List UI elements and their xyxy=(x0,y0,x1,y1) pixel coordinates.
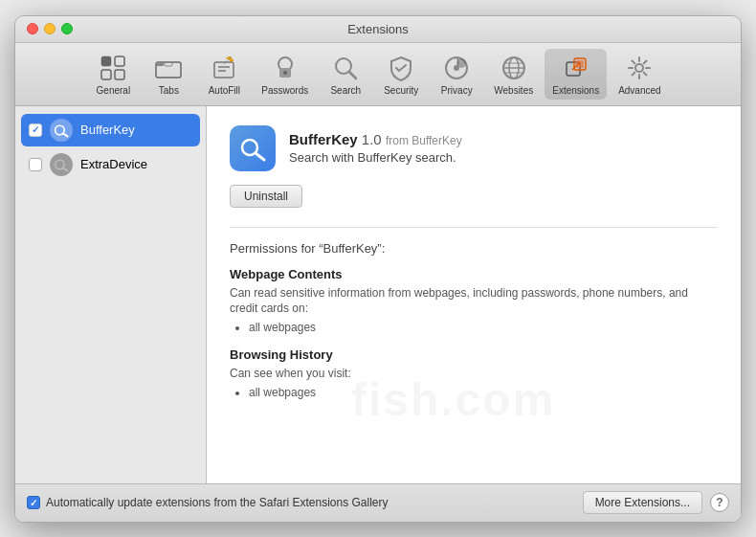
permission-list-1: all webpages xyxy=(230,386,718,399)
uninstall-button[interactable]: Uninstall xyxy=(230,185,302,208)
extension-header: BufferKey 1.0 from BufferKey Search with… xyxy=(230,125,718,171)
sidebar-item-bufferkey[interactable]: BufferKey xyxy=(21,114,200,146)
tab-general[interactable]: General xyxy=(87,49,139,100)
permissions-heading: Permissions for “BufferKey”: xyxy=(230,241,718,256)
sidebar: BufferKey ExtraDevice xyxy=(15,106,207,483)
tab-autofill[interactable]: AutoFill xyxy=(198,49,250,100)
bottom-right: More Extensions... ? xyxy=(583,491,729,514)
divider xyxy=(230,227,718,228)
autofill-label: AutoFill xyxy=(209,85,240,96)
tab-extensions[interactable]: Extensions xyxy=(545,49,607,100)
bottom-bar: Automatically update extensions from the… xyxy=(15,483,741,522)
svg-rect-3 xyxy=(115,70,124,79)
svg-rect-0 xyxy=(101,56,111,66)
extension-big-icon xyxy=(230,125,276,171)
privacy-icon xyxy=(441,53,472,83)
extension-from-text: from BufferKey xyxy=(386,134,462,147)
list-item: all webpages xyxy=(249,321,718,334)
autofill-icon xyxy=(209,53,239,83)
extensions-icon xyxy=(561,53,591,83)
maximize-button[interactable] xyxy=(61,23,73,34)
security-label: Security xyxy=(384,85,418,96)
svg-line-29 xyxy=(63,133,68,136)
detail-panel: BufferKey 1.0 from BufferKey Search with… xyxy=(207,106,741,483)
auto-update-section: Automatically update extensions from the… xyxy=(27,496,389,509)
tab-security[interactable]: Security xyxy=(375,49,427,100)
help-button[interactable]: ? xyxy=(710,493,729,512)
advanced-icon xyxy=(624,53,655,83)
toolbar: General Tabs A xyxy=(15,43,741,106)
permission-section-1: Browsing History Can see when you visit:… xyxy=(230,347,718,399)
svg-point-18 xyxy=(454,65,459,71)
svg-rect-1 xyxy=(115,56,124,66)
passwords-label: Passwords xyxy=(261,85,308,96)
svg-line-15 xyxy=(349,72,356,78)
tab-advanced[interactable]: Advanced xyxy=(611,49,668,100)
svg-rect-2 xyxy=(101,70,111,79)
sidebar-item-extradevice[interactable]: ExtraDevice xyxy=(21,148,200,181)
security-icon xyxy=(386,53,416,83)
bufferkey-name: BufferKey xyxy=(80,123,135,137)
extension-version: 1.0 xyxy=(362,131,382,147)
extension-name: BufferKey xyxy=(289,131,358,147)
search-label: Search xyxy=(330,85,361,96)
svg-point-13 xyxy=(283,71,287,75)
general-icon xyxy=(98,53,128,83)
svg-rect-5 xyxy=(156,62,164,66)
list-item: all webpages xyxy=(249,386,718,399)
svg-line-33 xyxy=(256,153,264,160)
titlebar: Extensions xyxy=(15,16,741,43)
general-label: General xyxy=(97,85,131,96)
svg-rect-7 xyxy=(214,62,233,78)
extensions-label: Extensions xyxy=(552,85,599,96)
permission-desc-1: Can see when you visit: xyxy=(230,366,718,382)
tab-tabs[interactable]: Tabs xyxy=(143,49,194,100)
permission-desc-0: Can read sensitive information from webp… xyxy=(230,285,718,318)
more-extensions-button[interactable]: More Extensions... xyxy=(583,491,702,514)
websites-icon xyxy=(499,53,529,83)
bufferkey-icon xyxy=(50,119,73,142)
advanced-label: Advanced xyxy=(618,85,660,96)
tab-privacy[interactable]: Privacy xyxy=(431,49,482,100)
extension-title-block: BufferKey 1.0 from BufferKey Search with… xyxy=(289,131,462,165)
tab-search[interactable]: Search xyxy=(320,49,371,100)
extradevice-name: ExtraDevice xyxy=(80,157,147,171)
extradevice-icon xyxy=(50,153,73,176)
permission-heading-0: Webpage Contents xyxy=(230,267,718,281)
tab-websites[interactable]: Websites xyxy=(486,49,541,100)
content-area: BufferKey ExtraDevice xyxy=(15,106,741,483)
extension-description: Search with BufferKey search. xyxy=(289,150,462,165)
tabs-icon xyxy=(153,53,184,83)
close-button[interactable] xyxy=(27,23,38,34)
main-window: Extensions General T xyxy=(14,15,742,523)
search-icon xyxy=(330,53,361,83)
websites-label: Websites xyxy=(494,85,533,96)
extradevice-checkbox[interactable] xyxy=(29,158,42,171)
window-title: Extensions xyxy=(347,22,409,36)
auto-update-checkbox[interactable] xyxy=(27,496,40,509)
extension-name-line: BufferKey 1.0 from BufferKey xyxy=(289,131,462,147)
svg-point-27 xyxy=(635,64,643,72)
bufferkey-checkbox[interactable] xyxy=(29,123,42,137)
minimize-button[interactable] xyxy=(44,23,56,34)
tab-passwords[interactable]: Passwords xyxy=(254,49,316,100)
passwords-icon xyxy=(270,53,300,83)
privacy-label: Privacy xyxy=(441,85,473,96)
svg-line-31 xyxy=(63,168,68,170)
permission-heading-1: Browsing History xyxy=(230,347,718,362)
tabs-label: Tabs xyxy=(159,85,179,96)
permission-section-0: Webpage Contents Can read sensitive info… xyxy=(230,267,718,335)
permission-list-0: all webpages xyxy=(230,321,718,334)
auto-update-text: Automatically update extensions from the… xyxy=(46,496,389,509)
traffic-lights xyxy=(27,23,73,34)
